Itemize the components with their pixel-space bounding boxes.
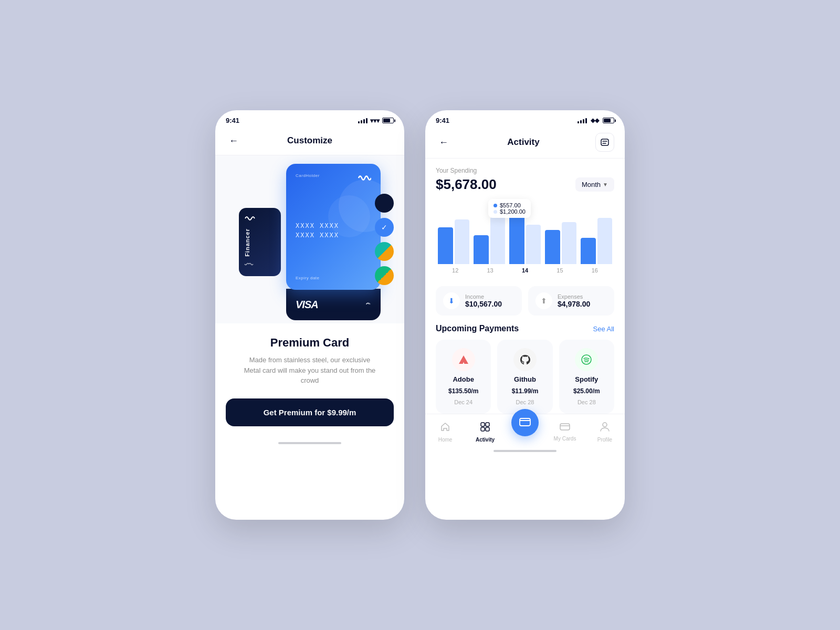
selected-check-icon: ✓ (381, 223, 387, 232)
tooltip-dot-blue (494, 204, 497, 207)
svg-rect-5 (486, 423, 489, 426)
expenses-icon-wrap: ⬆ (536, 292, 552, 309)
spending-amount: $5,678.00 (436, 176, 497, 193)
cta-section: Get Premium for $9.99/m (215, 398, 404, 437)
card-holder-label: CardHolder (296, 173, 320, 178)
bar-blue-14 (509, 214, 524, 264)
nav-item-activity[interactable]: Activity (465, 419, 505, 445)
spending-section: Your Spending $5,678.00 Month ▼ (436, 159, 614, 193)
home-nav-label: Home (438, 437, 453, 443)
chart-label-15: 15 (542, 267, 577, 274)
income-card: ⬇ Income $10,567.00 (436, 286, 522, 316)
svg-rect-9 (560, 424, 570, 430)
income-icon-wrap: ⬇ (443, 292, 460, 309)
tooltip-value1: $557.00 (500, 202, 521, 208)
github-amount: $11.99/m (512, 387, 539, 395)
wifi-icon: ▾▾▾ (370, 117, 380, 124)
filter-button[interactable] (595, 133, 614, 152)
see-all-button[interactable]: See All (593, 325, 614, 333)
swatch-green[interactable] (375, 266, 394, 285)
battery-icon (382, 118, 394, 123)
card-visa-band: VISA (286, 289, 381, 320)
nav-center-space (505, 419, 545, 445)
expiry-label: Expiry date (296, 276, 371, 280)
status-bar-right: 9:41 ◆◆ (425, 110, 625, 129)
income-info: Income $10,567.00 (465, 293, 502, 308)
adobe-date: Dec 24 (454, 399, 472, 405)
dark-card-logo (244, 214, 276, 225)
bar-group-13 (474, 217, 505, 264)
expenses-info: Expenses $4,978.00 (558, 293, 590, 308)
tooltip-row-2: $1,200.00 (494, 208, 526, 215)
month-selector[interactable]: Month ▼ (575, 177, 614, 192)
chart-label-12: 12 (438, 267, 472, 274)
income-icon: ⬇ (448, 297, 455, 305)
card-info-section: Premium Card Made from stainless steel, … (215, 323, 404, 398)
month-label: Month (582, 181, 601, 188)
github-icon (513, 348, 537, 371)
bottom-nav: Home Activity (425, 414, 625, 445)
status-time-right: 9:41 (436, 117, 449, 124)
cards-display-area: Financer CardHolder (215, 155, 404, 323)
nav-item-my-cards[interactable]: My Cards (545, 419, 585, 445)
svg-rect-6 (481, 427, 485, 431)
battery-icon-right (603, 118, 614, 123)
chevron-down-icon: ▼ (603, 182, 608, 187)
signal-icon (358, 118, 368, 123)
financer-logo (358, 173, 371, 185)
profile-nav-label: Profile (597, 437, 612, 443)
bar-group-14 (509, 214, 541, 264)
back-button-right[interactable]: ← (436, 134, 452, 150)
bar-group-15 (545, 222, 576, 264)
payment-adobe[interactable]: Adobe $135.50/m Dec 24 (436, 340, 491, 414)
home-indicator-right (425, 445, 625, 456)
income-amount: $10,567.00 (465, 300, 502, 308)
expenses-amount: $4,978.00 (558, 300, 590, 308)
my-cards-nav-label: My Cards (554, 436, 576, 442)
spotify-date: Dec 28 (578, 399, 596, 405)
spotify-icon (575, 348, 598, 371)
adobe-amount: $135.50/m (448, 387, 478, 395)
card-description: Made from stainless steel, our exclusive… (242, 355, 378, 386)
expenses-label: Expenses (558, 293, 590, 300)
upcoming-header: Upcoming Payments See All (436, 324, 614, 333)
github-date: Dec 28 (516, 399, 534, 405)
nav-item-home[interactable]: Home (425, 419, 465, 445)
get-premium-button[interactable]: Get Premium for $9.99/m (226, 398, 394, 426)
nav-title-left: Customize (287, 135, 332, 146)
card-number-line1: XXXX XXXX (296, 222, 371, 229)
tooltip-dot-light (494, 210, 497, 214)
payment-spotify[interactable]: Spotify $25.00/m Dec 28 (559, 340, 614, 414)
spotify-name: Spotify (575, 375, 598, 383)
chart-tooltip: $557.00 $1,200.00 (488, 199, 531, 218)
swatch-teal[interactable] (375, 242, 394, 261)
nav-item-profile[interactable]: Profile (585, 419, 625, 445)
status-icons-right: ◆◆ (578, 117, 614, 124)
payments-row: Adobe $135.50/m Dec 24 Github $11.99/m D… (436, 340, 614, 414)
swatch-blue[interactable]: ✓ (375, 218, 394, 237)
visa-logo: VISA (296, 299, 318, 311)
card-number-area: XXXX XXXX XXXX XXXX (296, 222, 371, 239)
bar-light-13 (490, 217, 506, 264)
profile-nav-icon (600, 422, 610, 435)
back-button-left[interactable]: ← (226, 133, 242, 149)
signal-icon-right (578, 118, 587, 123)
svg-rect-0 (601, 139, 608, 145)
home-bar-right (494, 450, 556, 452)
swatch-black[interactable] (375, 194, 394, 213)
dark-card-nfc (244, 260, 276, 270)
adobe-name: Adobe (453, 375, 474, 383)
expense-icon: ⬆ (541, 297, 547, 305)
payment-github[interactable]: Github $11.99/m Dec 28 (497, 340, 552, 414)
home-bar (278, 442, 341, 444)
phone-customize: 9:41 ▾▾▾ ← Customize (215, 110, 404, 520)
chart-labels: 12 13 14 15 16 (436, 264, 614, 274)
stats-row: ⬇ Income $10,567.00 ⬆ Expenses $4,978.00 (436, 286, 614, 316)
main-card-wrapper: CardHolder XXXX XXXX XXXX XXXX Expiry da… (286, 164, 381, 320)
dark-card[interactable]: Financer (239, 208, 281, 276)
blue-card[interactable]: CardHolder XXXX XXXX XXXX XXXX Expiry da… (286, 164, 381, 290)
tooltip-value2: $1,200.00 (500, 208, 526, 215)
nav-center-button[interactable] (511, 409, 539, 436)
svg-point-10 (603, 423, 607, 427)
status-time-left: 9:41 (226, 117, 239, 124)
